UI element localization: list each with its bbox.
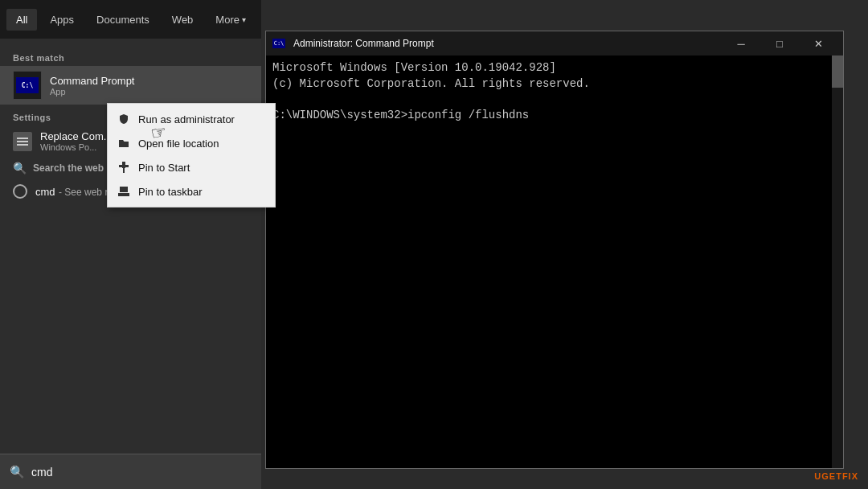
open-file-location-item[interactable]: Open file location: [108, 131, 275, 155]
cmd-app-icon: C:\: [13, 71, 42, 100]
minimize-button[interactable]: ─: [723, 31, 760, 55]
tab-apps[interactable]: Apps: [40, 9, 84, 31]
cmd-body: Microsoft Windows [Version 10.0.19042.92…: [266, 55, 843, 468]
settings-icon: [13, 132, 32, 151]
pin-to-taskbar-label: Pin to taskbar: [138, 186, 203, 198]
svg-rect-6: [118, 193, 129, 196]
cmd-line-4: C:\WINDOWS\system32>ipconfig /flushdns: [272, 108, 837, 124]
svg-rect-1: [17, 141, 28, 142]
run-as-admin-label: Run as administrator: [138, 113, 235, 125]
command-prompt-item[interactable]: C:\ Command Prompt App: [0, 66, 261, 105]
start-menu: All Apps Documents Web More ▾ Best match…: [0, 0, 261, 489]
start-content: Best match C:\ Command Prompt App Settin…: [0, 39, 261, 454]
search-web-label: Search the web: [33, 162, 104, 174]
cmd-titlebar: C:\ Administrator: Command Prompt ─ □ ✕: [266, 31, 843, 55]
shield-icon: [117, 113, 130, 125]
run-as-admin-item[interactable]: Run as administrator: [108, 107, 275, 131]
cmd-line-3: [272, 92, 837, 108]
tab-documents[interactable]: Documents: [87, 9, 159, 31]
cmd-title-icon: C:\: [272, 39, 285, 48]
cmd-controls: ─ □ ✕: [723, 31, 837, 55]
tab-web[interactable]: Web: [162, 9, 203, 31]
folder-icon: [117, 137, 130, 150]
tab-more[interactable]: More ▾: [206, 9, 256, 31]
watermark-get: GET: [821, 471, 842, 481]
svg-rect-7: [120, 187, 128, 192]
cmd-scrollbar[interactable]: [832, 55, 843, 468]
watermark-u: U: [814, 471, 821, 481]
open-file-location-label: Open file location: [138, 138, 219, 150]
search-bar-icon: 🔍: [10, 465, 25, 479]
context-menu: Run as administrator Open file location …: [107, 103, 276, 208]
tab-all[interactable]: All: [6, 9, 37, 31]
search-result-icon: [13, 184, 27, 199]
cmd-window-title: Administrator: Command Prompt: [293, 38, 718, 49]
close-button[interactable]: ✕: [800, 31, 837, 55]
start-tabs: All Apps Documents Web More ▾: [0, 0, 261, 39]
cmd-window: C:\ Administrator: Command Prompt ─ □ ✕ …: [265, 31, 844, 469]
pin-start-icon: [117, 161, 130, 174]
maximize-button[interactable]: □: [761, 31, 798, 55]
pin-to-taskbar-item[interactable]: Pin to taskbar: [108, 179, 275, 203]
search-web-icon: 🔍: [13, 162, 27, 175]
chevron-down-icon: ▾: [242, 15, 246, 24]
svg-rect-5: [123, 167, 125, 173]
svg-rect-4: [119, 165, 129, 167]
scrollbar-thumb[interactable]: [832, 55, 843, 88]
watermark: UGETFIX: [814, 471, 858, 481]
best-match-label: Best match: [0, 45, 261, 66]
cmd-subtitle: App: [50, 87, 248, 97]
svg-rect-2: [17, 144, 28, 146]
search-input[interactable]: [31, 466, 252, 479]
cmd-title: Command Prompt: [50, 75, 248, 87]
search-bar: 🔍: [0, 454, 261, 489]
cmd-line-1: Microsoft Windows [Version 10.0.19042.92…: [272, 60, 837, 76]
pin-to-start-label: Pin to Start: [138, 162, 190, 174]
search-query: cmd: [35, 186, 55, 198]
svg-rect-0: [17, 138, 28, 139]
cmd-line-2: (c) Microsoft Corporation. All rights re…: [272, 76, 837, 92]
taskbar-icon: [117, 185, 130, 198]
pin-to-start-item[interactable]: Pin to Start: [108, 155, 275, 179]
watermark-fix: FIX: [842, 471, 858, 481]
